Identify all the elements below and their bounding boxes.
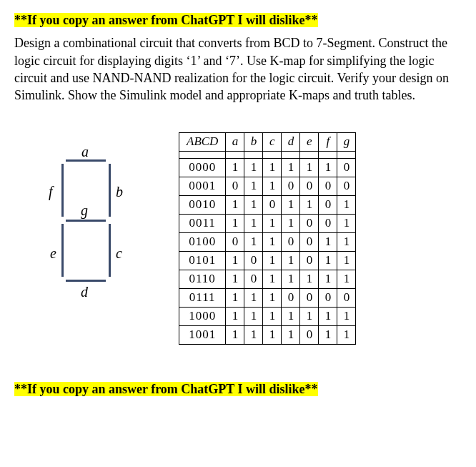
output-cell: 0 [337, 288, 356, 307]
output-cell: 1 [226, 215, 244, 233]
output-cell: 1 [319, 252, 337, 270]
output-cell: 1 [337, 252, 356, 270]
output-cell: 0 [226, 233, 244, 252]
table-row: 00101101101 [179, 196, 356, 215]
output-cell: 0 [282, 177, 300, 196]
output-cell: 0 [300, 325, 319, 344]
output-cell: 0 [337, 177, 356, 196]
table-row: 00001111110 [179, 159, 356, 177]
output-cell: 1 [263, 215, 282, 233]
output-cell: 1 [282, 307, 300, 325]
header-e: e [300, 133, 319, 152]
table-header-row: ABCD a b c d e f g [179, 133, 356, 152]
output-cell: 1 [244, 325, 263, 344]
output-cell: 0 [319, 196, 337, 215]
output-cell: 1 [282, 215, 300, 233]
table-row: 10011111011 [179, 325, 356, 344]
output-cell: 0 [263, 196, 282, 215]
input-cell: 0110 [179, 270, 226, 289]
input-cell: 0010 [179, 196, 226, 215]
output-cell: 0 [319, 288, 337, 307]
input-cell: 0111 [179, 288, 226, 307]
output-cell: 1 [263, 159, 282, 177]
output-cell: 1 [226, 196, 244, 215]
input-cell: 0011 [179, 215, 226, 233]
output-cell: 1 [300, 270, 319, 289]
output-cell: 1 [319, 159, 337, 177]
output-cell: 1 [244, 215, 263, 233]
header-a: a [226, 133, 244, 152]
output-cell: 1 [263, 325, 282, 344]
output-cell: 0 [319, 215, 337, 233]
warning-banner-bottom: **If you copy an answer from ChatGPT I w… [14, 382, 318, 396]
output-cell: 0 [319, 177, 337, 196]
output-cell: 1 [263, 252, 282, 270]
table-row: 01000110011 [179, 233, 356, 252]
label-f: f [49, 182, 53, 202]
input-cell: 0001 [179, 177, 226, 196]
output-cell: 0 [282, 288, 300, 307]
output-cell: 1 [319, 307, 337, 325]
output-cell: 0 [300, 233, 319, 252]
output-cell: 1 [244, 307, 263, 325]
output-cell: 1 [337, 307, 356, 325]
output-cell: 1 [226, 288, 244, 307]
input-cell: 1001 [179, 325, 226, 344]
output-cell: 1 [337, 196, 356, 215]
table-row: 01111110000 [179, 288, 356, 307]
label-c: c [116, 244, 122, 263]
segment-e [61, 224, 64, 277]
header-d: d [282, 133, 300, 152]
input-cell: 0100 [179, 233, 226, 252]
output-cell: 1 [282, 196, 300, 215]
output-cell: 1 [244, 177, 263, 196]
output-cell: 1 [300, 159, 319, 177]
output-cell: 1 [337, 270, 356, 289]
output-cell: 1 [337, 233, 356, 252]
output-cell: 1 [244, 288, 263, 307]
output-cell: 0 [337, 159, 356, 177]
output-cell: 1 [319, 233, 337, 252]
output-cell: 1 [282, 270, 300, 289]
output-cell: 1 [263, 233, 282, 252]
output-cell: 0 [300, 252, 319, 270]
content-row: a f b g e c d ABCD a b c [14, 132, 462, 344]
header-b: b [244, 133, 263, 152]
header-f: f [319, 133, 337, 152]
output-cell: 1 [263, 307, 282, 325]
output-cell: 1 [319, 270, 337, 289]
warning-banner-top: **If you copy an answer from ChatGPT I w… [14, 13, 318, 27]
output-cell: 0 [300, 288, 319, 307]
input-cell: 0101 [179, 252, 226, 270]
output-cell: 1 [300, 307, 319, 325]
output-cell: 1 [226, 159, 244, 177]
output-cell: 1 [244, 233, 263, 252]
output-cell: 0 [244, 252, 263, 270]
label-g: g [81, 201, 88, 220]
table-row: 01101011111 [179, 270, 356, 289]
truth-table: ABCD a b c d e f g 000011111100001011000… [179, 132, 356, 344]
output-cell: 1 [226, 252, 244, 270]
header-c: c [263, 133, 282, 152]
output-cell: 1 [337, 325, 356, 344]
output-cell: 1 [244, 159, 263, 177]
label-d: d [81, 282, 88, 302]
input-cell: 1000 [179, 307, 226, 325]
table-row: 10001111111 [179, 307, 356, 325]
output-cell: 0 [226, 177, 244, 196]
input-cell: 0000 [179, 159, 226, 177]
output-cell: 1 [226, 307, 244, 325]
output-cell: 0 [282, 233, 300, 252]
output-cell: 1 [282, 325, 300, 344]
question-text: Design a combinational circuit that conv… [14, 34, 462, 104]
table-row: 00111111001 [179, 215, 356, 233]
output-cell: 1 [244, 196, 263, 215]
output-cell: 1 [226, 270, 244, 289]
output-cell: 1 [319, 325, 337, 344]
output-cell: 1 [337, 215, 356, 233]
output-cell: 1 [300, 196, 319, 215]
seven-segment-diagram: a f b g e c d [36, 147, 136, 297]
segment-c [109, 224, 111, 277]
label-e: e [50, 244, 56, 263]
output-cell: 1 [263, 270, 282, 289]
